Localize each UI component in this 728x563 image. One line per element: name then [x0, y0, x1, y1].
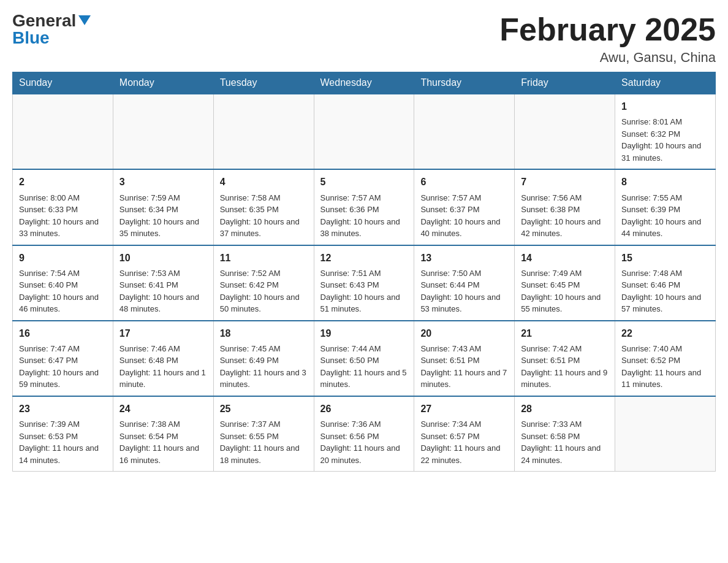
- day-number: 10: [119, 251, 207, 265]
- day-number: 15: [621, 251, 709, 265]
- calendar-cell: 3Sunrise: 7:59 AM Sunset: 6:34 PM Daylig…: [113, 169, 213, 245]
- weekday-header-wednesday: Wednesday: [314, 72, 414, 94]
- day-info: Sunrise: 7:51 AM Sunset: 6:43 PM Dayligh…: [320, 267, 408, 315]
- calendar-cell: [515, 94, 615, 169]
- calendar-cell: 10Sunrise: 7:53 AM Sunset: 6:41 PM Dayli…: [113, 245, 213, 321]
- day-number: 5: [320, 175, 408, 189]
- calendar-cell: 18Sunrise: 7:45 AM Sunset: 6:49 PM Dayli…: [213, 321, 314, 396]
- day-number: 23: [19, 402, 107, 416]
- day-info: Sunrise: 7:55 AM Sunset: 6:39 PM Dayligh…: [621, 192, 709, 240]
- calendar-cell: 26Sunrise: 7:36 AM Sunset: 6:56 PM Dayli…: [314, 396, 414, 472]
- day-number: 11: [220, 251, 308, 265]
- day-info: Sunrise: 7:50 AM Sunset: 6:44 PM Dayligh…: [420, 267, 508, 315]
- calendar-cell: 12Sunrise: 7:51 AM Sunset: 6:43 PM Dayli…: [314, 245, 414, 321]
- calendar-cell: 14Sunrise: 7:49 AM Sunset: 6:45 PM Dayli…: [515, 245, 615, 321]
- day-number: 17: [119, 326, 207, 340]
- day-number: 14: [521, 251, 609, 265]
- weekday-header-friday: Friday: [515, 72, 615, 94]
- calendar-cell: 24Sunrise: 7:38 AM Sunset: 6:54 PM Dayli…: [113, 396, 213, 472]
- weekday-header-sunday: Sunday: [13, 72, 113, 94]
- calendar-table: SundayMondayTuesdayWednesdayThursdayFrid…: [12, 72, 716, 472]
- day-number: 19: [320, 326, 408, 340]
- calendar-cell: [213, 94, 314, 169]
- calendar-cell: 17Sunrise: 7:46 AM Sunset: 6:48 PM Dayli…: [113, 321, 213, 396]
- weekday-header-saturday: Saturday: [615, 72, 716, 94]
- weekday-header-thursday: Thursday: [414, 72, 515, 94]
- day-info: Sunrise: 8:00 AM Sunset: 6:33 PM Dayligh…: [19, 192, 107, 240]
- calendar-week-row: 2Sunrise: 8:00 AM Sunset: 6:33 PM Daylig…: [13, 169, 716, 245]
- calendar-cell: 9Sunrise: 7:54 AM Sunset: 6:40 PM Daylig…: [13, 245, 113, 321]
- day-info: Sunrise: 8:01 AM Sunset: 6:32 PM Dayligh…: [621, 116, 709, 164]
- day-info: Sunrise: 7:44 AM Sunset: 6:50 PM Dayligh…: [320, 343, 408, 391]
- day-number: 27: [420, 402, 508, 416]
- logo: General Blue: [12, 12, 91, 47]
- day-info: Sunrise: 7:57 AM Sunset: 6:37 PM Dayligh…: [420, 192, 508, 240]
- calendar-cell: 4Sunrise: 7:58 AM Sunset: 6:35 PM Daylig…: [213, 169, 314, 245]
- calendar-cell: 21Sunrise: 7:42 AM Sunset: 6:51 PM Dayli…: [515, 321, 615, 396]
- calendar-week-row: 23Sunrise: 7:39 AM Sunset: 6:53 PM Dayli…: [13, 396, 716, 472]
- day-info: Sunrise: 7:53 AM Sunset: 6:41 PM Dayligh…: [119, 267, 207, 315]
- day-number: 25: [220, 402, 308, 416]
- calendar-title: February 2025: [499, 12, 716, 47]
- day-number: 26: [320, 402, 408, 416]
- day-info: Sunrise: 7:59 AM Sunset: 6:34 PM Dayligh…: [119, 192, 207, 240]
- calendar-cell: [615, 396, 716, 472]
- calendar-cell: 23Sunrise: 7:39 AM Sunset: 6:53 PM Dayli…: [13, 396, 113, 472]
- calendar-cell: 1Sunrise: 8:01 AM Sunset: 6:32 PM Daylig…: [615, 94, 716, 169]
- calendar-week-row: 16Sunrise: 7:47 AM Sunset: 6:47 PM Dayli…: [13, 321, 716, 396]
- calendar-cell: [314, 94, 414, 169]
- day-info: Sunrise: 7:36 AM Sunset: 6:56 PM Dayligh…: [320, 418, 408, 466]
- logo-triangle-icon: [78, 15, 91, 25]
- calendar-cell: 11Sunrise: 7:52 AM Sunset: 6:42 PM Dayli…: [213, 245, 314, 321]
- calendar-cell: [13, 94, 113, 169]
- calendar-body: 1Sunrise: 8:01 AM Sunset: 6:32 PM Daylig…: [13, 94, 716, 471]
- day-info: Sunrise: 7:46 AM Sunset: 6:48 PM Dayligh…: [119, 343, 207, 391]
- day-info: Sunrise: 7:40 AM Sunset: 6:52 PM Dayligh…: [621, 343, 709, 391]
- logo-blue-text: Blue: [12, 29, 50, 47]
- day-number: 13: [420, 251, 508, 265]
- calendar-cell: 25Sunrise: 7:37 AM Sunset: 6:55 PM Dayli…: [213, 396, 314, 472]
- day-number: 1: [621, 99, 709, 113]
- calendar-cell: 8Sunrise: 7:55 AM Sunset: 6:39 PM Daylig…: [615, 169, 716, 245]
- day-info: Sunrise: 7:57 AM Sunset: 6:36 PM Dayligh…: [320, 192, 408, 240]
- weekday-header-monday: Monday: [113, 72, 213, 94]
- day-number: 22: [621, 326, 709, 340]
- calendar-cell: 20Sunrise: 7:43 AM Sunset: 6:51 PM Dayli…: [414, 321, 515, 396]
- day-number: 20: [420, 326, 508, 340]
- day-number: 21: [521, 326, 609, 340]
- day-number: 2: [19, 175, 107, 189]
- weekday-header-row: SundayMondayTuesdayWednesdayThursdayFrid…: [13, 72, 716, 94]
- day-info: Sunrise: 7:48 AM Sunset: 6:46 PM Dayligh…: [621, 267, 709, 315]
- day-number: 7: [521, 175, 609, 189]
- day-info: Sunrise: 7:52 AM Sunset: 6:42 PM Dayligh…: [220, 267, 308, 315]
- day-info: Sunrise: 7:38 AM Sunset: 6:54 PM Dayligh…: [119, 418, 207, 466]
- calendar-location: Awu, Gansu, China: [499, 50, 716, 66]
- logo-general-text: General: [12, 12, 76, 29]
- calendar-cell: 15Sunrise: 7:48 AM Sunset: 6:46 PM Dayli…: [615, 245, 716, 321]
- calendar-cell: 27Sunrise: 7:34 AM Sunset: 6:57 PM Dayli…: [414, 396, 515, 472]
- calendar-cell: 22Sunrise: 7:40 AM Sunset: 6:52 PM Dayli…: [615, 321, 716, 396]
- day-number: 16: [19, 326, 107, 340]
- day-info: Sunrise: 7:49 AM Sunset: 6:45 PM Dayligh…: [521, 267, 609, 315]
- calendar-cell: 7Sunrise: 7:56 AM Sunset: 6:38 PM Daylig…: [515, 169, 615, 245]
- calendar-cell: 16Sunrise: 7:47 AM Sunset: 6:47 PM Dayli…: [13, 321, 113, 396]
- day-info: Sunrise: 7:42 AM Sunset: 6:51 PM Dayligh…: [521, 343, 609, 391]
- day-number: 3: [119, 175, 207, 189]
- day-info: Sunrise: 7:34 AM Sunset: 6:57 PM Dayligh…: [420, 418, 508, 466]
- calendar-week-row: 1Sunrise: 8:01 AM Sunset: 6:32 PM Daylig…: [13, 94, 716, 169]
- day-number: 28: [521, 402, 609, 416]
- day-number: 12: [320, 251, 408, 265]
- calendar-cell: 2Sunrise: 8:00 AM Sunset: 6:33 PM Daylig…: [13, 169, 113, 245]
- day-number: 8: [621, 175, 709, 189]
- day-info: Sunrise: 7:58 AM Sunset: 6:35 PM Dayligh…: [220, 192, 308, 240]
- day-info: Sunrise: 7:56 AM Sunset: 6:38 PM Dayligh…: [521, 192, 609, 240]
- calendar-cell: [113, 94, 213, 169]
- day-info: Sunrise: 7:39 AM Sunset: 6:53 PM Dayligh…: [19, 418, 107, 466]
- day-number: 4: [220, 175, 308, 189]
- calendar-cell: 6Sunrise: 7:57 AM Sunset: 6:37 PM Daylig…: [414, 169, 515, 245]
- page-header: General Blue February 2025 Awu, Gansu, C…: [12, 12, 716, 66]
- calendar-header: SundayMondayTuesdayWednesdayThursdayFrid…: [13, 72, 716, 94]
- calendar-cell: 28Sunrise: 7:33 AM Sunset: 6:58 PM Dayli…: [515, 396, 615, 472]
- day-number: 24: [119, 402, 207, 416]
- day-info: Sunrise: 7:45 AM Sunset: 6:49 PM Dayligh…: [220, 343, 308, 391]
